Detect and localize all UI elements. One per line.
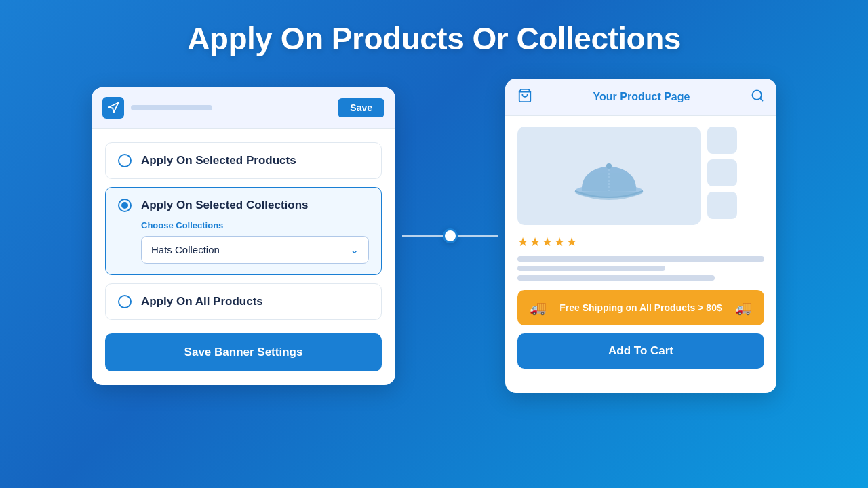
- product-thumbnail-2[interactable]: [707, 159, 737, 186]
- option-label-row-2: Apply On Selected Collections: [118, 199, 369, 212]
- choose-collections-label: Choose Collections: [141, 220, 369, 230]
- left-card: Save Apply On Selected Products Apply On…: [92, 87, 395, 385]
- product-thumbnail-1[interactable]: [707, 127, 737, 154]
- collection-select-value: Hats Collection: [151, 244, 220, 256]
- save-banner-settings-button[interactable]: Save Banner Settings: [105, 333, 382, 371]
- page-title: Apply On Products Or Collections: [187, 20, 681, 57]
- product-main-image: [517, 127, 701, 225]
- save-button[interactable]: Save: [338, 98, 384, 117]
- text-line-1: [517, 256, 764, 262]
- header-line: [131, 105, 212, 110]
- option-selected-products[interactable]: Apply On Selected Products: [105, 142, 382, 179]
- option-label-row-3: Apply On All Products: [118, 295, 369, 308]
- product-thumbnails: [707, 127, 737, 225]
- option-all-products-label: Apply On All Products: [141, 295, 263, 308]
- text-line-3: [517, 275, 715, 281]
- star-rating: ★ ★ ★ ★ ★: [517, 235, 764, 249]
- card-header: Save: [92, 87, 395, 129]
- svg-point-4: [606, 163, 612, 169]
- shipping-banner-text: Free Shipping on All Products > 80$: [555, 302, 727, 313]
- option-selected-collections-label: Apply On Selected Collections: [141, 199, 309, 212]
- right-card: Your Product Page: [505, 79, 776, 393]
- option-all-products[interactable]: Apply On All Products: [105, 283, 382, 320]
- star-2: ★: [530, 235, 540, 249]
- card-body: Apply On Selected Products Apply On Sele…: [92, 129, 395, 320]
- star-5: ★: [566, 235, 577, 249]
- radio-selected-collections[interactable]: [118, 199, 132, 212]
- connector-line-left: [402, 235, 443, 237]
- star-1: ★: [517, 235, 528, 249]
- product-thumbnail-3[interactable]: [707, 192, 737, 219]
- connector-dot: [443, 228, 458, 243]
- star-4: ★: [554, 235, 565, 249]
- right-card-header: Your Product Page: [505, 79, 776, 116]
- truck-icon-left: 🚚: [530, 300, 547, 316]
- right-card-body: ★ ★ ★ ★ ★ 🚚 Free Shipping on All Product…: [505, 116, 776, 380]
- radio-all-products[interactable]: [118, 295, 132, 308]
- svg-line-2: [760, 98, 763, 101]
- add-to-cart-button[interactable]: Add To Cart: [517, 333, 764, 369]
- connector-line-right: [458, 235, 498, 237]
- collection-select-dropdown[interactable]: Hats Collection ⌄: [141, 236, 369, 264]
- star-3: ★: [542, 235, 553, 249]
- cards-row: Save Apply On Selected Products Apply On…: [41, 79, 827, 393]
- card-header-left: [102, 97, 212, 119]
- product-description-lines: [517, 256, 764, 281]
- megaphone-icon: [102, 97, 124, 119]
- cart-icon: [517, 88, 532, 106]
- search-icon[interactable]: [751, 89, 764, 105]
- option-label-row-1: Apply On Selected Products: [118, 154, 369, 167]
- chevron-down-icon: ⌄: [350, 243, 359, 256]
- option-selected-collections[interactable]: Apply On Selected Collections Choose Col…: [105, 187, 382, 275]
- truck-icon-right: 🚚: [735, 300, 752, 316]
- text-line-2: [517, 266, 665, 271]
- right-card-title: Your Product Page: [593, 91, 690, 103]
- radio-selected-products[interactable]: [118, 154, 132, 167]
- option-selected-products-label: Apply On Selected Products: [141, 154, 296, 167]
- connector: [395, 228, 505, 243]
- shipping-banner: 🚚 Free Shipping on All Products > 80$ 🚚: [517, 290, 764, 325]
- product-image-row: [517, 127, 764, 225]
